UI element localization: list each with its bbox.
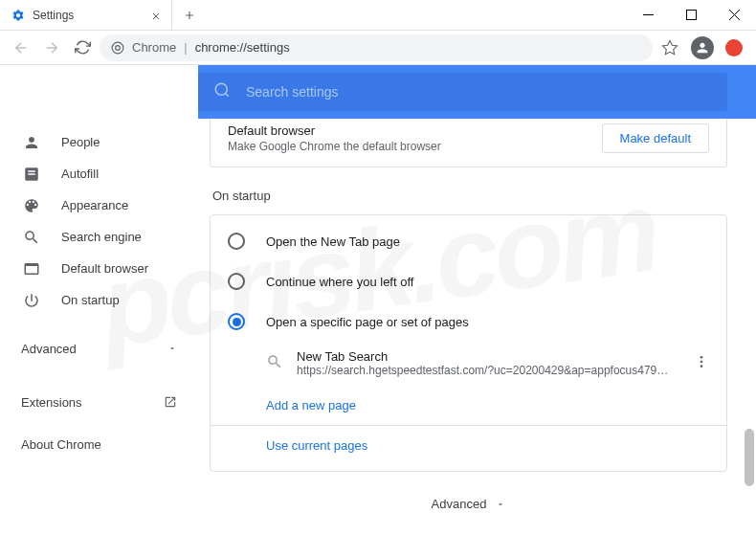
- forward-button[interactable]: [38, 34, 65, 61]
- scrollbar-thumb[interactable]: [745, 429, 754, 486]
- sidebar-item-default-browser[interactable]: Default browser: [0, 253, 198, 284]
- radio-icon: [228, 273, 245, 290]
- browser-icon: [23, 260, 42, 278]
- startup-page-title: New Tab Search: [297, 349, 675, 364]
- chevron-down-icon: [167, 344, 177, 353]
- radio-label: Open the New Tab page: [266, 234, 400, 249]
- search-icon: [266, 353, 283, 374]
- minimize-button[interactable]: [627, 0, 670, 31]
- sidebar-item-on-startup[interactable]: On startup: [0, 284, 198, 316]
- sidebar-advanced-toggle[interactable]: Advanced: [0, 329, 198, 368]
- svg-rect-0: [687, 11, 697, 20]
- sidebar-item-autofill[interactable]: Autofill: [0, 158, 198, 189]
- omnibox-separator: |: [184, 40, 187, 55]
- sidebar-item-label: Default browser: [61, 261, 148, 276]
- svg-point-2: [116, 45, 121, 50]
- startup-page-url: https://search.hgetspeedtestfast.com/?uc…: [297, 364, 675, 377]
- sidebar-item-label: On startup: [61, 293, 120, 307]
- radio-continue[interactable]: Continue where you left off: [211, 261, 726, 301]
- sidebar-item-label: People: [61, 135, 100, 149]
- radio-label: Open a specific page or set of pages: [266, 315, 469, 329]
- power-icon: [23, 292, 42, 309]
- omnibox-url: chrome://settings: [195, 40, 290, 55]
- profile-avatar[interactable]: [691, 36, 714, 59]
- tab-title: Settings: [33, 9, 150, 22]
- back-button[interactable]: [8, 34, 34, 61]
- advanced-label: Advanced: [21, 342, 77, 356]
- browser-tab[interactable]: Settings: [0, 0, 172, 30]
- svg-point-1: [112, 42, 123, 54]
- default-browser-sub: Make Google Chrome the default browser: [228, 140, 441, 153]
- more-menu-button[interactable]: [688, 354, 715, 373]
- gear-icon: [11, 9, 25, 22]
- about-label: About Chrome: [21, 437, 101, 452]
- person-icon: [23, 134, 42, 151]
- sidebar-extensions-link[interactable]: Extensions: [0, 385, 198, 419]
- omnibox[interactable]: Chrome | chrome://settings: [100, 34, 653, 61]
- footer-advanced-toggle[interactable]: Advanced: [210, 497, 727, 511]
- address-bar: Chrome | chrome://settings: [0, 31, 756, 65]
- sidebar-item-label: Autofill: [61, 167, 99, 181]
- radio-icon: [228, 313, 245, 330]
- external-link-icon: [164, 395, 177, 409]
- add-new-page-link[interactable]: Add a new page: [211, 385, 726, 425]
- chrome-icon: [111, 41, 124, 55]
- autofill-icon: [23, 166, 42, 183]
- sidebar-item-people[interactable]: People: [0, 126, 198, 158]
- close-icon[interactable]: [150, 9, 164, 22]
- sidebar-about-link[interactable]: About Chrome: [0, 427, 198, 461]
- startup-card: Open the New Tab page Continue where you…: [210, 214, 727, 472]
- radio-specific-page[interactable]: Open a specific page or set of pages: [211, 301, 726, 342]
- extensions-label: Extensions: [21, 395, 82, 410]
- svg-point-4: [700, 356, 703, 359]
- maximize-button[interactable]: [670, 0, 713, 31]
- search-icon: [23, 229, 42, 246]
- use-current-pages-link[interactable]: Use current pages: [211, 425, 726, 465]
- radio-open-new-tab[interactable]: Open the New Tab page: [211, 221, 726, 261]
- svg-point-3: [215, 83, 227, 95]
- startup-page-row: New Tab Search https://search.hgetspeedt…: [211, 342, 726, 385]
- reload-button[interactable]: [69, 34, 96, 61]
- sidebar-item-search-engine[interactable]: Search engine: [0, 221, 198, 253]
- window-titlebar: Settings: [0, 0, 756, 31]
- default-browser-card: Default browser Make Google Chrome the d…: [210, 119, 727, 167]
- radio-label: Continue where you left off: [266, 275, 413, 289]
- default-browser-title: Default browser: [228, 123, 441, 138]
- svg-point-5: [700, 360, 703, 363]
- bookmark-star-button[interactable]: [656, 34, 683, 61]
- sidebar: People Autofill Appearance Search engine…: [0, 65, 198, 535]
- sidebar-item-appearance[interactable]: Appearance: [0, 189, 198, 221]
- search-container[interactable]: [198, 73, 727, 111]
- palette-icon: [23, 197, 42, 214]
- window-controls: [627, 0, 756, 31]
- sidebar-item-label: Appearance: [61, 198, 128, 212]
- omnibox-prefix: Chrome: [132, 40, 176, 55]
- new-tab-button[interactable]: [176, 2, 203, 29]
- window-close-button[interactable]: [713, 0, 756, 31]
- sidebar-item-label: Search engine: [61, 230, 142, 244]
- svg-point-6: [700, 365, 703, 368]
- make-default-button[interactable]: Make default: [602, 123, 709, 153]
- advanced-label: Advanced: [432, 497, 487, 511]
- search-input[interactable]: [246, 84, 712, 100]
- main-content: Default browser Make Google Chrome the d…: [198, 65, 756, 535]
- startup-section-title: On startup: [210, 189, 727, 203]
- search-icon: [213, 81, 231, 102]
- radio-icon: [228, 233, 245, 250]
- chevron-down-icon: [496, 500, 505, 509]
- extension-icon[interactable]: [725, 39, 743, 56]
